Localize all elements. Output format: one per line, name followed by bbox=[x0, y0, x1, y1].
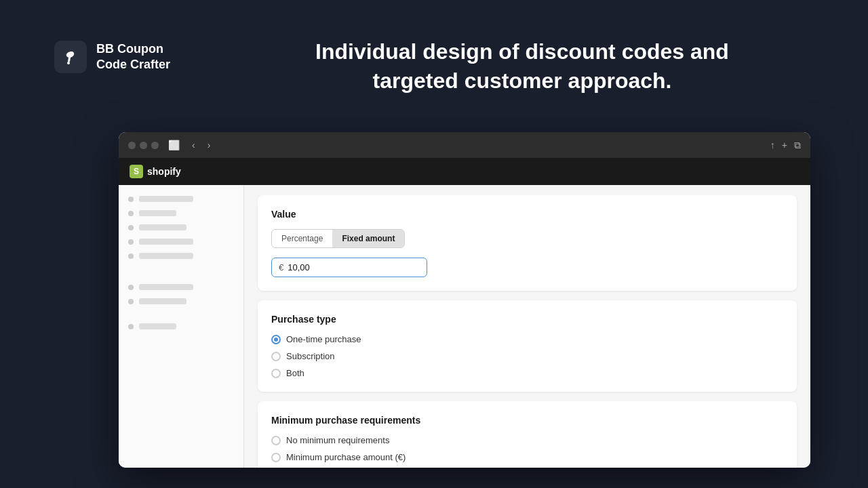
shopify-logo-mark: S bbox=[130, 165, 143, 178]
sidebar-section-channels bbox=[119, 274, 243, 308]
page-headline: Individual design of discount codes and … bbox=[231, 37, 814, 96]
sidebar-item-online-store[interactable] bbox=[119, 280, 243, 294]
sidebar-section-apps bbox=[119, 319, 243, 333]
back-button[interactable]: ‹ bbox=[189, 138, 198, 152]
value-card-title: Value bbox=[271, 209, 783, 220]
sidebar-dot bbox=[128, 197, 134, 202]
purchase-type-card: Purchase type One-time purchase Subscrip… bbox=[258, 300, 797, 392]
sidebar-label bbox=[139, 210, 176, 216]
fixed-amount-toggle[interactable]: Fixed amount bbox=[332, 230, 404, 247]
radio-item-both[interactable]: Both bbox=[271, 368, 783, 378]
sidebar-label bbox=[139, 323, 176, 329]
radio-both-label: Both bbox=[286, 368, 304, 378]
sidebar-section-title bbox=[119, 274, 243, 280]
browser-dots bbox=[128, 142, 159, 149]
browser-window: ⬜ ‹ › ↑ + ⧉ S shopify bbox=[119, 132, 810, 468]
shopify-logo: S shopify bbox=[130, 165, 181, 178]
sidebar-item-pos[interactable] bbox=[119, 294, 243, 308]
radio-minimum-amount-label: Minimum purchase amount (€) bbox=[286, 452, 406, 462]
sidebar-dot bbox=[128, 324, 134, 329]
outer-wrapper: BB Coupon Code Crafter Individual design… bbox=[0, 0, 868, 488]
value-toggle-group: Percentage Fixed amount bbox=[271, 229, 405, 248]
radio-subscription-circle bbox=[271, 352, 281, 361]
branding: BB Coupon Code Crafter bbox=[54, 41, 170, 73]
radio-no-minimum-label: No minimum requirements bbox=[286, 435, 389, 445]
radio-item-subscription[interactable]: Subscription bbox=[271, 351, 783, 361]
amount-input-group: € 10,00 bbox=[271, 258, 427, 277]
radio-item-no-minimum[interactable]: No minimum requirements bbox=[271, 435, 783, 445]
radio-one-time-label: One-time purchase bbox=[286, 334, 361, 344]
content-area: Value Percentage Fixed amount € 10,00 Pu… bbox=[119, 185, 810, 468]
main-content: Value Percentage Fixed amount € 10,00 Pu… bbox=[244, 185, 810, 468]
sidebar-item-analytics[interactable] bbox=[119, 235, 243, 249]
shopify-brand-name: shopify bbox=[147, 166, 181, 177]
sidebar-label bbox=[139, 298, 186, 304]
sidebar-item-discounts[interactable] bbox=[119, 249, 243, 263]
forward-button[interactable]: › bbox=[205, 138, 214, 152]
percentage-toggle[interactable]: Percentage bbox=[272, 230, 332, 247]
sidebar-dot bbox=[128, 253, 134, 259]
sidebar-dot bbox=[128, 211, 134, 216]
share-icon: ↑ bbox=[770, 140, 775, 151]
dot-green bbox=[151, 142, 159, 149]
radio-minimum-amount-circle bbox=[271, 453, 281, 462]
amount-value[interactable]: 10,00 bbox=[288, 262, 310, 272]
sidebar-section-main bbox=[119, 192, 243, 263]
browser-chrome: ⬜ ‹ › ↑ + ⧉ bbox=[119, 132, 810, 158]
sidebar-label bbox=[139, 196, 193, 202]
svg-point-0 bbox=[67, 62, 70, 64]
browser-right-icons: ↑ + ⧉ bbox=[770, 140, 801, 151]
radio-subscription-label: Subscription bbox=[286, 351, 335, 361]
minimum-requirements-radio-group: No minimum requirements Minimum purchase… bbox=[271, 435, 783, 468]
purchase-type-radio-group: One-time purchase Subscription Both bbox=[271, 334, 783, 378]
shopify-bar: S shopify bbox=[119, 158, 810, 185]
sidebar-label bbox=[139, 239, 193, 245]
minimum-requirements-card: Minimum purchase requirements No minimum… bbox=[258, 401, 797, 468]
radio-item-minimum-amount[interactable]: Minimum purchase amount (€) bbox=[271, 452, 783, 462]
sidebar-label bbox=[139, 224, 186, 230]
currency-prefix: € bbox=[279, 262, 283, 272]
minimum-requirements-title: Minimum purchase requirements bbox=[271, 415, 783, 426]
sidebar-dot bbox=[128, 225, 134, 230]
sidebar-label bbox=[139, 253, 193, 259]
app-logo bbox=[54, 41, 87, 73]
radio-no-minimum-circle bbox=[271, 436, 281, 445]
sidebar-label bbox=[139, 284, 193, 290]
radio-item-one-time[interactable]: One-time purchase bbox=[271, 334, 783, 344]
radio-both-circle bbox=[271, 369, 281, 378]
dot-red bbox=[128, 142, 136, 149]
sidebar-item-apps[interactable] bbox=[119, 319, 243, 333]
sidebar-dot bbox=[128, 299, 134, 304]
radio-one-time-circle bbox=[271, 335, 281, 344]
dot-yellow bbox=[140, 142, 147, 149]
window-toggle-button[interactable]: ⬜ bbox=[165, 138, 182, 152]
value-card: Value Percentage Fixed amount € 10,00 bbox=[258, 195, 797, 291]
sidebar-item-dashboard[interactable] bbox=[119, 192, 243, 206]
sidebar bbox=[119, 185, 244, 468]
purchase-type-title: Purchase type bbox=[271, 314, 783, 325]
new-tab-icon: + bbox=[782, 140, 787, 151]
brand-name: BB Coupon Code Crafter bbox=[96, 41, 170, 73]
sidebar-dot bbox=[128, 239, 134, 245]
sidebar-item-orders[interactable] bbox=[119, 206, 243, 220]
sidebar-dot bbox=[128, 285, 134, 290]
copy-icon: ⧉ bbox=[794, 140, 801, 151]
sidebar-item-products[interactable] bbox=[119, 220, 243, 235]
